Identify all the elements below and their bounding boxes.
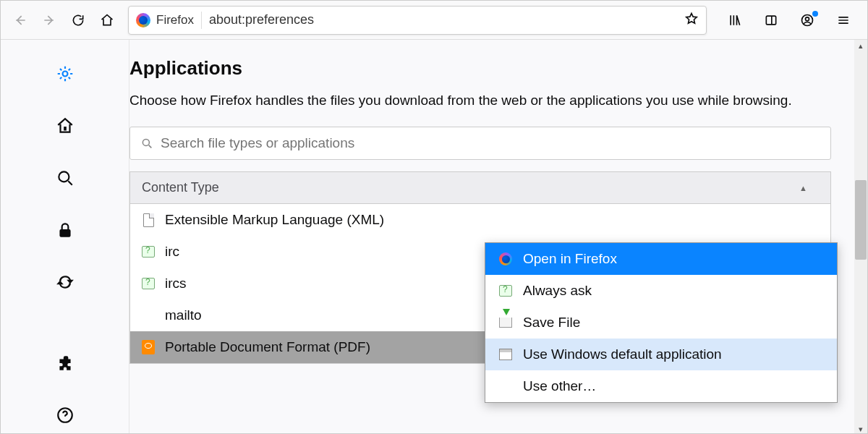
home-icon [100, 13, 114, 27]
reload-button[interactable] [64, 7, 92, 34]
dropdown-item-save-file[interactable]: Save File [485, 307, 837, 339]
sidebar-item-search[interactable] [51, 164, 79, 192]
sidebar-item-extensions[interactable] [51, 349, 79, 377]
sidebar-item-sync[interactable] [51, 268, 79, 296]
applications-search-input[interactable] [161, 135, 820, 151]
dropdown-label: Always ask [523, 283, 592, 299]
table-row[interactable]: Extensible Markup Language (XML) [130, 204, 830, 236]
star-icon [684, 12, 699, 26]
lock-icon [56, 221, 75, 239]
blank-icon [498, 379, 513, 393]
preferences-content: Applications Choose how Firefox handles … [1, 40, 867, 434]
content-type-label: irc [165, 244, 179, 260]
hamburger-icon [836, 13, 851, 27]
scroll-thumb[interactable] [855, 180, 867, 260]
account-button[interactable] [792, 7, 822, 34]
help-icon [56, 406, 75, 425]
content-type-label: ircs [165, 276, 187, 292]
sidebar-icon [764, 13, 778, 27]
search-icon [56, 169, 75, 187]
separator [201, 12, 202, 29]
dropdown-label: Save File [523, 315, 580, 331]
firefox-logo-icon [136, 13, 150, 27]
dropdown-label: Use Windows default application [523, 346, 722, 362]
protocol-icon [142, 244, 155, 260]
blank-icon [142, 307, 155, 323]
sidebar-toggle-button[interactable] [756, 7, 786, 34]
firefox-logo-icon [498, 252, 513, 266]
arrow-left-icon [13, 13, 27, 27]
library-icon [728, 13, 742, 27]
search-icon [140, 137, 153, 150]
dropdown-item-always-ask[interactable]: Always ask [485, 275, 837, 307]
sidebar-item-help[interactable] [51, 401, 79, 429]
forward-button[interactable] [35, 7, 63, 34]
applications-search[interactable] [129, 127, 831, 160]
svg-point-8 [142, 140, 149, 146]
home-icon [56, 116, 75, 135]
bookmark-button[interactable] [684, 12, 699, 28]
dropdown-item-windows-default[interactable]: Use Windows default application [485, 339, 837, 370]
app-menu-button[interactable] [828, 7, 859, 34]
svg-rect-4 [64, 127, 67, 130]
sidebar-item-home[interactable] [51, 112, 79, 140]
arrow-right-icon [42, 13, 56, 27]
notification-dot-icon [812, 11, 818, 17]
sync-icon [56, 273, 75, 292]
home-button[interactable] [93, 7, 121, 34]
section-title: Applications [129, 57, 847, 80]
content-type-label: mailto [165, 307, 202, 323]
svg-point-3 [62, 72, 67, 77]
address-bar[interactable]: Firefox about:preferences [128, 6, 707, 35]
preferences-sidebar [1, 40, 129, 434]
svg-point-5 [59, 171, 69, 182]
window-icon [498, 347, 513, 362]
sidebar-item-privacy[interactable] [51, 216, 79, 244]
svg-point-2 [806, 17, 809, 20]
column-content-type: Content Type [142, 180, 219, 195]
protocol-icon [142, 276, 155, 292]
action-dropdown: Open in Firefox Always ask Save File Use… [485, 242, 838, 403]
dropdown-item-use-other[interactable]: Use other… [485, 370, 837, 402]
browser-toolbar: Firefox about:preferences [1, 1, 867, 40]
toolbar-right [720, 7, 859, 34]
sidebar-item-general[interactable] [51, 60, 79, 88]
ask-icon [498, 284, 513, 298]
url-text: about:preferences [209, 12, 677, 27]
content-type-label: Extensible Markup Language (XML) [165, 212, 384, 228]
scroll-down-icon[interactable]: ▾ [856, 425, 865, 433]
content-type-label: Portable Document Format (PDF) [165, 339, 370, 355]
scroll-up-icon[interactable]: ▴ [856, 41, 865, 50]
puzzle-icon [56, 354, 75, 373]
identity-box[interactable]: Firefox [136, 13, 194, 27]
scrollbar[interactable]: ▴ ▾ [854, 40, 867, 434]
sort-asc-icon: ▲ [799, 184, 807, 192]
svg-rect-6 [59, 229, 70, 237]
pdf-icon [142, 339, 155, 355]
save-icon [498, 315, 513, 330]
file-icon [142, 212, 155, 228]
section-description: Choose how Firefox handles the files you… [129, 90, 838, 111]
reload-icon [71, 13, 85, 27]
identity-label: Firefox [156, 13, 194, 27]
gear-icon [56, 64, 75, 83]
back-button[interactable] [7, 7, 34, 34]
dropdown-item-open-firefox[interactable]: Open in Firefox [485, 243, 837, 275]
library-button[interactable] [720, 7, 750, 34]
table-header[interactable]: Content Type ▲ [130, 172, 830, 204]
dropdown-label: Use other… [523, 378, 596, 394]
dropdown-label: Open in Firefox [523, 251, 617, 267]
